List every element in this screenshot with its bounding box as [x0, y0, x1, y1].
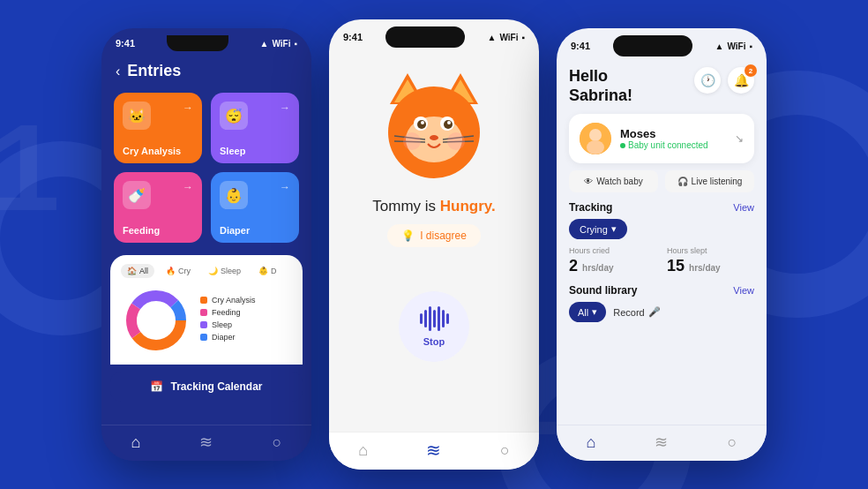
stats-row: Hours cried 2 hrs/day Hours slept 15 hrs… [569, 246, 754, 275]
baby-card[interactable]: Moses Baby unit connected ↘ [569, 114, 754, 163]
record-button[interactable]: Record 🎤 [613, 306, 660, 318]
chart-legend: Cry Analysis Feeding Sleep Diaper [200, 296, 292, 345]
hello-line1: Hello [569, 67, 632, 87]
wave-2 [424, 310, 427, 327]
legend-dot-sleep [200, 321, 207, 328]
clock-icon: 🕐 [700, 73, 715, 87]
greeting-section: Hello Sabrina! 🕐 🔔 2 [569, 67, 754, 105]
filter-d[interactable]: 👶D [252, 264, 283, 278]
phone-center: 9:41 ▲ WiFi ▪ [329, 19, 539, 470]
action-buttons: 👁 Watch baby 🎧 Live listening [569, 170, 754, 192]
legend-cry-label: Cry Analysis [212, 296, 256, 305]
svg-point-21 [403, 132, 421, 150]
mic-icon: 🎤 [648, 306, 661, 318]
watch-baby-button[interactable]: 👁 Watch baby [569, 170, 658, 192]
legend-diaper-label: Diaper [212, 333, 236, 342]
filter-cry[interactable]: 🔥Cry [160, 264, 197, 278]
tracking-view-link[interactable]: View [733, 202, 754, 213]
notch-left [167, 35, 228, 51]
nav-home-left[interactable]: ⌂ [131, 433, 141, 452]
cat-face-illustration [377, 69, 491, 184]
nav-person-center[interactable]: ○ [500, 441, 510, 460]
baby-status: Baby unit connected [620, 140, 726, 150]
baby-avatar [580, 123, 611, 154]
back-button[interactable]: ‹ [116, 64, 120, 79]
nav-mic-left[interactable]: ≋ [199, 433, 213, 452]
chart-area: Cry Analysis Feeding Sleep Diaper [121, 285, 292, 356]
battery-icon-c: ▪ [521, 33, 525, 42]
status-icons-left: ▲ WiFi ▪ [260, 39, 297, 49]
tracking-section-title: Tracking [569, 201, 612, 214]
sleep-card[interactable]: → 😴 Sleep [211, 93, 299, 163]
diaper-icon: 👶 [220, 181, 248, 209]
tracking-calendar-button[interactable]: 📅 Tracking Calendar [110, 372, 303, 402]
hours-slept-label: Hours slept [667, 246, 754, 255]
card-arrow-3: → [183, 181, 193, 193]
feeding-card[interactable]: → 🍼 Feeding [114, 172, 202, 243]
entries-title: Entries [127, 62, 181, 80]
svg-point-15 [447, 121, 451, 124]
notification-button[interactable]: 🔔 2 [728, 67, 754, 94]
hours-slept-value: 15 hrs/day [667, 257, 754, 275]
hours-cried-stat: Hours cried 2 hrs/day [569, 246, 656, 275]
nav-person-left[interactable]: ○ [273, 433, 282, 452]
baby-info: Moses Baby unit connected [620, 127, 726, 150]
all-chevron: ▾ [592, 306, 597, 318]
live-listening-button[interactable]: 🎧 Live listening [665, 170, 754, 192]
status-bar-left: 9:41 ▲ WiFi ▪ [101, 28, 311, 55]
time-center: 9:41 [343, 32, 363, 42]
time-left: 9:41 [116, 38, 135, 49]
baby-photo [580, 123, 611, 154]
legend-feeding: Feeding [200, 308, 292, 317]
svg-point-22 [447, 132, 465, 150]
crying-dropdown[interactable]: Crying ▾ [569, 219, 627, 239]
battery-icon-r: ▪ [749, 41, 752, 51]
wifi-icon-c: WiFi [499, 33, 518, 42]
baby-name: Moses [620, 127, 726, 140]
filter-all[interactable]: 🏠All [121, 264, 154, 278]
nav-home-right[interactable]: ⌂ [587, 433, 596, 452]
sound-section-header: Sound library View [569, 284, 754, 297]
hours-cried-value: 2 hrs/day [569, 257, 656, 275]
svg-point-16 [430, 135, 438, 140]
phone-right: 9:41 ▲ WiFi ▪ Hello Sabrina! 🕐 [557, 28, 767, 461]
left-header: ‹ Entries [101, 55, 311, 86]
nav-mic-center[interactable]: ≋ [426, 440, 441, 461]
all-dropdown[interactable]: All ▾ [569, 302, 606, 322]
right-content: Hello Sabrina! 🕐 🔔 2 [557, 60, 767, 422]
legend-dot-cry [200, 297, 207, 304]
dynamic-island-right [613, 35, 692, 56]
signal-icon-c: ▲ [488, 33, 497, 42]
filter-sleep[interactable]: 🌙Sleep [202, 264, 247, 278]
stop-label: Stop [423, 336, 445, 347]
svg-point-24 [589, 129, 602, 141]
stop-button[interactable]: Stop [399, 291, 469, 362]
live-listening-label: Live listening [692, 177, 743, 186]
filter-tabs: 🏠All 🔥Cry 🌙Sleep 👶D [121, 264, 292, 278]
audio-waves [420, 306, 449, 331]
sleep-icon: 😴 [220, 102, 248, 130]
hungry-word: Hungry. [440, 198, 496, 214]
phone-left: 9:41 ▲ WiFi ▪ ‹ Entries → 🐱 Cry Analysis… [101, 28, 311, 461]
cry-analysis-card[interactable]: → 🐱 Cry Analysis [114, 93, 202, 163]
diaper-card[interactable]: → 👶 Diaper [211, 172, 299, 243]
clock-button[interactable]: 🕐 [694, 67, 721, 94]
watch-icon: 👁 [584, 177, 593, 186]
disagree-button[interactable]: 💡 I disagree [387, 224, 481, 247]
tracking-calendar-label: Tracking Calendar [170, 380, 262, 393]
phones-container: 9:41 ▲ WiFi ▪ ‹ Entries → 🐱 Cry Analysis… [101, 19, 767, 470]
svg-point-25 [587, 140, 604, 154]
sound-controls: All ▾ Record 🎤 [569, 302, 754, 322]
wave-1 [420, 313, 423, 324]
record-label: Record [613, 307, 644, 318]
nav-mic-right[interactable]: ≋ [655, 433, 668, 452]
hours-slept-unit: hrs/day [689, 263, 721, 273]
sound-view-link[interactable]: View [733, 285, 754, 296]
nav-person-right[interactable]: ○ [728, 433, 737, 452]
signal-icon-r: ▲ [715, 41, 724, 51]
entries-grid: → 🐱 Cry Analysis → 😴 Sleep → 🍼 Feeding →… [101, 86, 311, 250]
nav-home-center[interactable]: ⌂ [358, 441, 368, 460]
time-right: 9:41 [571, 41, 590, 51]
feeding-icon: 🍼 [123, 181, 151, 209]
crying-label: Crying [580, 224, 608, 235]
